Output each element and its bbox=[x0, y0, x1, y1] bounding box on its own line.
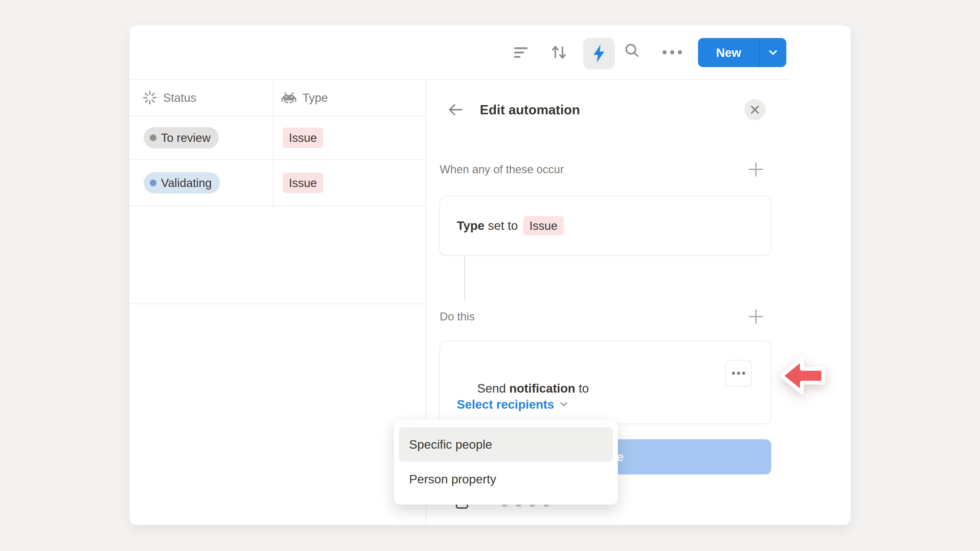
table-row-border bbox=[129, 206, 426, 206]
chevron-down-icon bbox=[560, 402, 568, 407]
close-icon bbox=[750, 105, 760, 114]
arrow-left-icon bbox=[778, 356, 827, 396]
table-cell-type[interactable]: Issue bbox=[283, 160, 323, 206]
dropdown-item-specific-people[interactable]: Specific people bbox=[399, 427, 613, 462]
filter-icon[interactable] bbox=[513, 44, 529, 61]
status-dot bbox=[150, 135, 156, 141]
add-action-button[interactable] bbox=[748, 309, 764, 324]
status-pill: Validating bbox=[144, 172, 220, 194]
table-cell-status[interactable]: Validating bbox=[144, 160, 220, 206]
flow-connector-line bbox=[464, 256, 465, 300]
action-suffix: to bbox=[575, 382, 589, 395]
back-button[interactable] bbox=[447, 102, 464, 118]
add-trigger-button[interactable] bbox=[748, 162, 764, 177]
new-dropdown-button[interactable] bbox=[760, 38, 786, 67]
type-tag: Issue bbox=[283, 173, 323, 193]
column-header-type[interactable]: Type bbox=[282, 80, 328, 116]
trigger-description: Type set to Issue bbox=[457, 216, 564, 235]
type-tag-label: Issue bbox=[289, 176, 317, 190]
trigger-card[interactable]: Type set to Issue bbox=[439, 196, 771, 256]
sort-icon[interactable] bbox=[551, 44, 567, 60]
action-card[interactable]: Send notification to Select recipients bbox=[439, 341, 771, 424]
table-cell-type[interactable]: Issue bbox=[283, 116, 323, 159]
dropdown-item-person-property[interactable]: Person property bbox=[399, 462, 613, 496]
status-pill: To review bbox=[144, 127, 219, 148]
plus-icon bbox=[748, 162, 764, 177]
ellipsis-icon bbox=[732, 372, 746, 375]
trigger-property: Type bbox=[457, 219, 484, 233]
status-pill-label: Validating bbox=[161, 176, 212, 190]
action-options-button[interactable] bbox=[725, 360, 752, 386]
column-header-label: Status bbox=[163, 91, 196, 105]
type-tag: Issue bbox=[283, 127, 323, 148]
new-button-label[interactable]: New bbox=[698, 38, 759, 67]
table-column-border bbox=[273, 79, 274, 206]
invader-icon bbox=[282, 92, 296, 103]
trigger-section-label: When any of these occur bbox=[440, 162, 564, 176]
select-recipients-dropdown[interactable]: Select recipients bbox=[457, 396, 568, 413]
action-section-label: Do this bbox=[440, 310, 475, 324]
type-tag-label: Issue bbox=[289, 131, 317, 144]
trigger-value-tag: Issue bbox=[523, 216, 564, 235]
lightning-icon bbox=[592, 44, 606, 63]
plus-icon bbox=[748, 309, 764, 324]
close-button[interactable] bbox=[744, 99, 765, 121]
action-prefix: Send bbox=[477, 382, 509, 395]
automations-button[interactable] bbox=[583, 38, 615, 69]
column-header-label: Type bbox=[302, 91, 328, 105]
table-cell-status[interactable]: To review bbox=[144, 116, 219, 159]
trigger-value: Issue bbox=[530, 219, 558, 233]
select-recipients-label: Select recipients bbox=[457, 397, 554, 411]
column-header-status[interactable]: Status bbox=[143, 80, 196, 116]
more-options-icon[interactable] bbox=[662, 50, 682, 55]
status-dot bbox=[150, 179, 156, 186]
red-arrow-annotation bbox=[778, 356, 827, 397]
database-window: New Status bbox=[129, 25, 851, 525]
back-arrow-icon bbox=[447, 102, 464, 118]
search-icon[interactable] bbox=[624, 42, 640, 59]
table-row-border bbox=[129, 303, 426, 304]
new-button[interactable]: New bbox=[698, 38, 786, 67]
chevron-down-icon bbox=[769, 49, 777, 56]
status-pill-label: To review bbox=[161, 131, 210, 144]
status-spinner-icon bbox=[143, 91, 157, 105]
trigger-connector: set to bbox=[484, 219, 521, 233]
action-type: notification bbox=[509, 382, 575, 395]
table-top-border bbox=[129, 79, 789, 80]
panel-title: Edit automation bbox=[480, 102, 580, 118]
recipients-dropdown-menu: Specific people Person property bbox=[394, 420, 618, 505]
action-description: Send notification to bbox=[457, 365, 589, 381]
